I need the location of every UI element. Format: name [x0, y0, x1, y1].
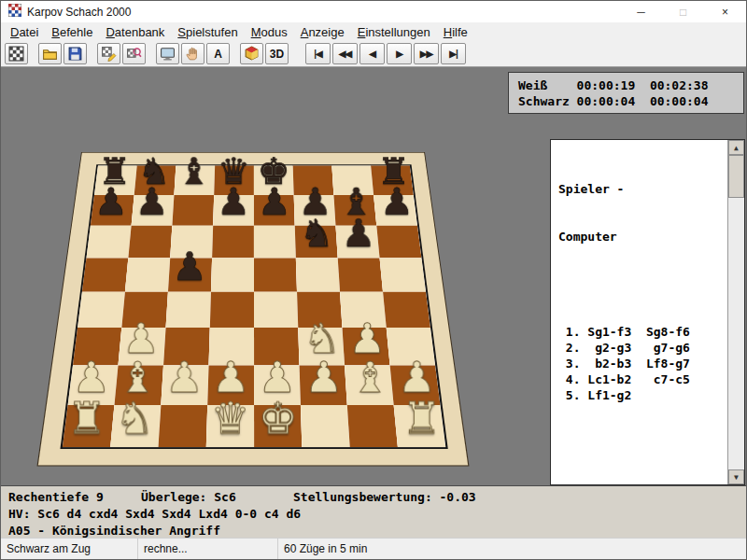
white-pawn[interactable]: ♟	[300, 365, 347, 405]
app-icon	[8, 4, 21, 21]
move-row: 2. g2-g3 g7-g6	[558, 340, 728, 356]
black-pawn[interactable]: ♟	[91, 195, 134, 226]
monitor-icon	[160, 46, 176, 62]
black-bishop[interactable]: ♝	[174, 165, 215, 194]
title-bar: Karpov Schach 2000 ─ □ ×	[1, 1, 746, 22]
square-h6[interactable]	[376, 226, 421, 259]
letter-a-icon: A	[214, 48, 222, 61]
square-e6[interactable]	[254, 226, 296, 259]
open-game-button[interactable]	[38, 43, 62, 64]
white-bishop[interactable]: ♝	[345, 365, 394, 405]
black-knight-icon: ♞	[296, 211, 338, 257]
white-pawn[interactable]: ♟	[161, 365, 208, 405]
square-f5[interactable]	[296, 258, 340, 291]
chess-board[interactable]: ♜♞♝♛♚♜♟♟♟♟♟♝♟♞♟♟♟♞♟♟♝♟♟♟♟♝♟♜♞♛♚♜	[37, 152, 470, 467]
square-b5[interactable]	[125, 258, 170, 291]
status-turn: Schwarz am Zug	[1, 539, 138, 559]
position-setup-button[interactable]	[97, 43, 120, 64]
square-h5[interactable]	[380, 258, 427, 291]
maximize-button[interactable]: □	[662, 1, 704, 22]
square-b6[interactable]	[128, 226, 172, 259]
annotation-button[interactable]: A	[206, 43, 230, 64]
go-first-button[interactable]: |◀	[305, 43, 331, 64]
go-last-button[interactable]: ▶|	[441, 43, 466, 64]
square-g1[interactable]	[347, 405, 398, 447]
black-pawn-icon: ♟	[132, 180, 173, 225]
square-c4[interactable]	[166, 292, 211, 328]
scrollbar-thumb[interactable]	[728, 155, 744, 198]
dice-icon	[244, 46, 260, 62]
square-h4[interactable]	[383, 292, 430, 328]
step-back-button[interactable]: ◀	[359, 43, 385, 64]
menu-befehle[interactable]: Befehle	[45, 23, 99, 41]
menu-einstellungen[interactable]: Einstellungen	[351, 23, 437, 41]
new-game-button[interactable]	[5, 43, 28, 64]
black-pawn[interactable]: ♟	[254, 195, 295, 226]
board-icon	[8, 46, 24, 62]
scroll-down-icon[interactable]: ▼	[728, 469, 744, 484]
fast-back-button[interactable]: ◀◀	[332, 43, 358, 64]
square-c1[interactable]	[159, 405, 208, 447]
black-bishop-icon: ♝	[175, 150, 215, 193]
minimize-button[interactable]: ─	[620, 1, 662, 22]
white-knight[interactable]: ♞	[110, 405, 161, 447]
fast-forward-button[interactable]: ▶▶	[414, 43, 439, 64]
move-now-button[interactable]	[181, 43, 204, 64]
dice-3d-button[interactable]	[240, 43, 263, 64]
close-button[interactable]: ×	[704, 1, 746, 22]
menu-bar: DateiBefehleDatenbankSpielstufenModusAnz…	[1, 22, 746, 41]
black-pawn[interactable]: ♟	[132, 195, 175, 226]
black-pawn-icon: ♟	[254, 180, 295, 225]
move-list-scrollbar[interactable]: ▲ ▼	[727, 140, 744, 484]
menu-hilfe[interactable]: Hilfe	[437, 23, 474, 41]
menu-spielstufen[interactable]: Spielstufen	[171, 23, 244, 41]
black-pawn-icon: ♟	[213, 180, 254, 225]
white-king[interactable]: ♚	[254, 405, 302, 447]
menu-modus[interactable]: Modus	[245, 23, 294, 41]
view-3d-button[interactable]: 3D	[265, 43, 289, 64]
white-queen[interactable]: ♛	[206, 405, 254, 447]
white-bishop-icon: ♝	[347, 353, 394, 403]
save-game-button[interactable]	[63, 43, 87, 64]
engine-evaluation: Stellungsbewertung: -0.03	[293, 489, 476, 506]
status-engine-state: rechne...	[138, 539, 278, 559]
move-list-header: Computer	[558, 229, 728, 245]
white-rook[interactable]: ♜	[394, 405, 446, 447]
client-area: ♜♞♝♛♚♜♟♟♟♟♟♝♟♞♟♟♟♞♟♟♝♟♟♟♟♝♟♜♞♛♚♜ Weiß 00…	[1, 67, 746, 539]
step-forward-button[interactable]: ▶	[387, 43, 412, 64]
square-d4[interactable]	[210, 292, 254, 328]
menu-datenbank[interactable]: Datenbank	[99, 23, 171, 41]
square-a6[interactable]	[86, 226, 131, 259]
square-e4[interactable]	[254, 292, 298, 328]
black-knight[interactable]: ♞	[295, 226, 338, 259]
board-area: ♜♞♝♛♚♜♟♟♟♟♟♝♟♞♟♟♟♞♟♟♝♟♟♟♟♝♟♜♞♛♚♜	[1, 67, 505, 485]
black-pawn[interactable]: ♟	[336, 226, 380, 259]
engine-depth: Rechentiefe 9	[8, 489, 104, 506]
playback-controls: |◀◀◀◀▶▶▶▶|	[305, 43, 466, 64]
black-pawn[interactable]: ♟	[374, 195, 417, 226]
black-pawn[interactable]: ♟	[213, 195, 254, 226]
square-d5[interactable]	[211, 258, 254, 291]
app-window: Karpov Schach 2000 ─ □ × DateiBefehleDat…	[0, 0, 747, 560]
analyze-position-button[interactable]	[122, 43, 146, 64]
scroll-up-icon[interactable]: ▲	[728, 140, 744, 155]
square-c7[interactable]	[172, 195, 214, 226]
square-a5[interactable]	[82, 258, 128, 291]
square-f1[interactable]	[301, 405, 350, 447]
menu-datei[interactable]: Datei	[4, 23, 45, 41]
black-pawn[interactable]: ♟	[168, 258, 212, 291]
white-rook[interactable]: ♜	[63, 405, 115, 447]
clock-row-black: Schwarz 00:00:04 00:00:04	[518, 93, 743, 109]
square-g5[interactable]	[338, 258, 383, 291]
setup-icon	[101, 46, 117, 62]
square-d6[interactable]	[212, 226, 254, 259]
move-list: Spieler - Computer 1. Sg1-f3 Sg8-f6 2. g…	[551, 140, 728, 484]
square-e5[interactable]	[254, 258, 297, 291]
computer-plays-button[interactable]	[156, 43, 179, 64]
move-row: 1. Sg1-f3 Sg8-f6	[558, 324, 728, 340]
hand-icon	[185, 46, 201, 62]
black-pawn-icon: ♟	[376, 180, 417, 225]
menu-anzeige[interactable]: Anzeige	[294, 23, 351, 41]
threed-icon: 3D	[270, 48, 284, 61]
white-king-icon: ♚	[254, 393, 302, 445]
